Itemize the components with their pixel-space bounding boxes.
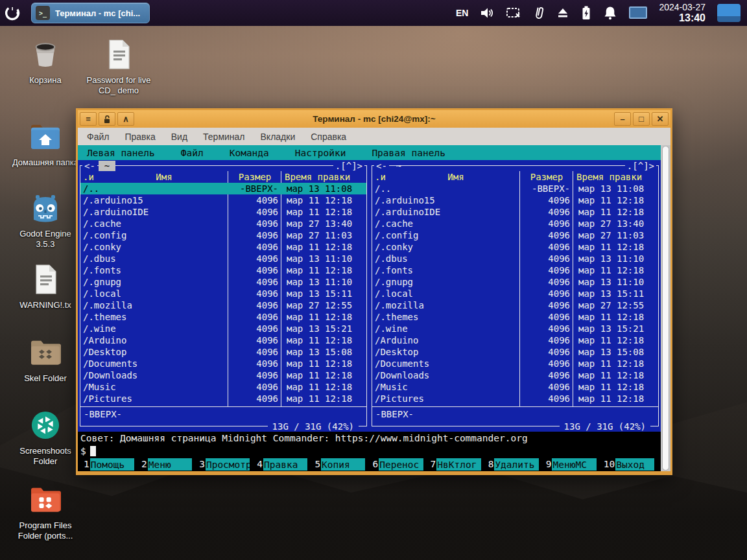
panel-corner-controls[interactable]: .[^]> [625,161,656,171]
time-column-header[interactable]: Время правки [573,171,658,183]
history-back-control[interactable]: <- [374,161,389,171]
size-column-header[interactable]: Размер [520,171,573,183]
terminal-scrollbar[interactable] [661,145,670,471]
window-titlebar[interactable]: ≡ ∧ Терминал - mc [chi24@mx]:~ – □ ✕ [78,110,670,128]
file-row[interactable]: /.mozilla 4096 мар 27 12:55 [372,299,658,311]
file-row[interactable]: /.arduinoIDE 4096 мар 11 12:18 [80,206,366,218]
file-row[interactable]: /Pictures 4096 мар 11 12:18 [372,393,658,404]
history-back-control[interactable]: <- [82,161,97,171]
keyboard-layout-indicator[interactable]: EN [456,8,468,18]
file-row[interactable]: /.config 4096 мар 27 11:03 [372,229,658,241]
file-row[interactable]: /.conky 4096 мар 11 12:18 [80,241,366,253]
battery-icon[interactable] [581,6,591,20]
function-key[interactable]: 1 Помощь [80,458,138,471]
show-desktop-button[interactable] [717,4,741,22]
notification-bell-icon[interactable] [603,6,617,20]
name-column-header[interactable]: Имя [100,171,228,183]
file-row[interactable]: /.local 4096 мар 13 15:11 [372,288,658,299]
eject-icon[interactable] [556,7,569,19]
function-key[interactable]: 6 Перенос [369,458,427,471]
file-row[interactable]: /.themes 4096 мар 11 12:18 [80,311,366,323]
desktop-icon-password-doc[interactable]: Password for live CD_ demo [85,38,152,97]
minimize-button[interactable]: – [614,112,631,126]
file-row[interactable]: /.local 4096 мар 13 15:11 [80,288,366,299]
mc-command-line[interactable]: $ [78,445,661,458]
file-row[interactable]: /Downloads 4096 мар 11 12:18 [372,369,658,381]
file-row[interactable]: /Desktop 4096 мар 13 15:08 [372,346,658,358]
maximize-button[interactable]: □ [633,112,650,126]
time-column-header[interactable]: Время правки [281,171,366,183]
panel-path[interactable]: ~ [99,161,115,171]
volume-icon[interactable] [480,6,494,19]
window-unlock-button[interactable] [99,112,115,126]
size-column-header[interactable]: Размер [228,171,281,183]
file-row[interactable]: /Arduino 4096 мар 11 12:18 [372,334,658,346]
file-row[interactable]: /.mozilla 4096 мар 27 12:55 [80,299,366,311]
taskbar-window-button[interactable]: >_ Терминал - mc [chi... [31,3,150,23]
function-key[interactable]: 5 Копия [311,458,369,471]
file-row[interactable]: /Desktop 4096 мар 13 15:08 [80,346,366,358]
file-row[interactable]: /.config 4096 мар 27 11:03 [80,229,366,241]
function-key[interactable]: 8 Удалить [485,458,543,471]
terminal-menu-item[interactable]: Вкладки [261,132,296,142]
clock[interactable]: 2024-03-27 13:40 [659,2,706,24]
mc-menu-item[interactable]: Левая панель [87,148,155,158]
function-key[interactable]: 10 Выход [600,458,658,471]
scrollbar-thumb[interactable] [662,146,669,471]
terminal-menu-item[interactable]: Терминал [203,132,244,142]
file-row[interactable]: /Documents 4096 мар 11 12:18 [372,358,658,369]
file-row[interactable]: /Music 4096 мар 11 12:18 [80,381,366,393]
close-button[interactable]: ✕ [652,112,669,126]
file-row[interactable]: /Documents 4096 мар 11 12:18 [80,358,366,369]
terminal-menu-item[interactable]: Справка [311,132,346,142]
file-row[interactable]: /.arduino15 4096 мар 11 12:18 [372,194,658,206]
desktop-icon-program-files-folder[interactable]: Program Files Folder (ports... [12,483,79,542]
function-key[interactable]: 4 Правка [254,458,311,471]
file-row[interactable]: /.wine 4096 мар 13 15:21 [80,323,366,334]
sort-column-header[interactable]: .и [80,171,100,183]
file-row[interactable]: /.gnupg 4096 мар 13 11:10 [80,276,366,288]
file-row[interactable]: /.dbus 4096 мар 13 11:10 [372,253,658,264]
desktop-icon-home-folder[interactable]: Домашняя папка [12,120,79,168]
workspace-switcher[interactable] [629,6,647,19]
mc-menu-item[interactable]: Файл [181,148,204,158]
file-row[interactable]: /Downloads 4096 мар 11 12:18 [80,369,366,381]
file-row[interactable]: /.fonts 4096 мар 11 12:18 [372,264,658,276]
function-key[interactable]: 3 Просмотр [196,458,254,471]
terminal-menu-item[interactable]: Вид [171,132,187,142]
file-row[interactable]: /.conky 4096 мар 11 12:18 [372,241,658,253]
panel-path[interactable]: ~ [390,161,407,171]
file-row[interactable]: /.wine 4096 мар 13 15:21 [372,323,658,334]
clipboard-paperclip-icon[interactable] [533,6,545,20]
mx-start-menu-button[interactable] [0,0,26,26]
name-column-header[interactable]: Имя [392,171,520,183]
file-row[interactable]: /.dbus 4096 мар 13 11:10 [80,253,366,264]
function-key[interactable]: 2 Меню [138,458,196,471]
file-row[interactable]: /.. -ВВЕРХ- мар 13 11:08 [372,183,658,194]
terminal-menu-item[interactable]: Правка [124,132,155,142]
file-row[interactable]: /Pictures 4096 мар 11 12:18 [80,393,366,404]
desktop-icon-warning-doc[interactable]: WARNING!.tx [12,262,79,310]
function-key[interactable]: 9 МенюМС [543,458,600,471]
file-row[interactable]: /.cache 4096 мар 27 13:40 [372,218,658,229]
file-row[interactable]: /.fonts 4096 мар 11 12:18 [80,264,366,276]
mc-menu-item[interactable]: Правая панель [372,148,445,158]
touchpad-icon[interactable] [506,6,521,19]
window-menu-button[interactable]: ≡ [80,112,97,126]
desktop-icon-screenshots-folder[interactable]: Screenshoots Folder [12,408,79,467]
desktop-icon-trash[interactable]: Корзина [12,38,79,86]
sort-column-header[interactable]: .и [372,171,392,183]
desktop-icon-skel-folder[interactable]: Skel Folder [12,336,79,384]
window-rollup-button[interactable]: ∧ [117,112,134,126]
mc-menu-item[interactable]: Команда [230,148,269,158]
function-key[interactable]: 7 НвКтлог [427,458,485,471]
mc-menu-item[interactable]: Настройки [295,148,346,158]
file-row[interactable]: /.cache 4096 мар 27 13:40 [80,218,366,229]
file-row[interactable]: /Arduino 4096 мар 11 12:18 [80,334,366,346]
terminal-menu-item[interactable]: Файл [87,132,109,142]
desktop-icon-godot[interactable]: Godot Engine 3.5.3 [12,191,79,250]
file-row[interactable]: /.. -ВВЕРХ- мар 13 11:08 [80,183,366,194]
file-row[interactable]: /.gnupg 4096 мар 13 11:10 [372,276,658,288]
file-row[interactable]: /.themes 4096 мар 11 12:18 [372,311,658,323]
file-row[interactable]: /.arduino15 4096 мар 11 12:18 [80,194,366,206]
